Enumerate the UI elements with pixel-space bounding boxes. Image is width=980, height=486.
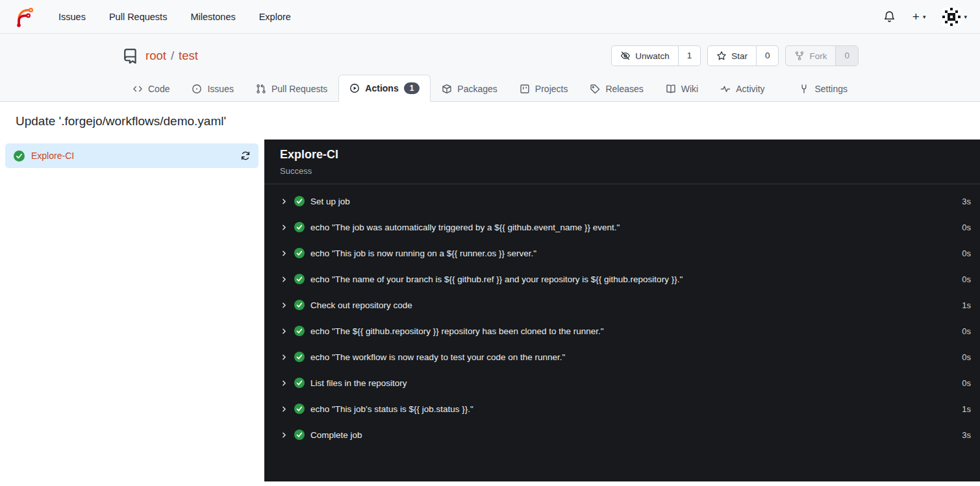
tab-wiki[interactable]: Wiki bbox=[655, 76, 709, 102]
chevron-right-icon[interactable] bbox=[280, 353, 288, 361]
navbar-right: + ▾ ▾ bbox=[883, 8, 967, 26]
run-main: Explore-CI Explore-CI Success Set up job… bbox=[0, 140, 980, 481]
fork-button-group: Fork 0 bbox=[785, 45, 859, 66]
check-circle-icon bbox=[294, 274, 305, 284]
step-row[interactable]: echo "This job is now running on a ${{ r… bbox=[264, 240, 980, 266]
tab-settings-label: Settings bbox=[814, 84, 848, 94]
run-job-title: Explore-CI bbox=[280, 148, 964, 162]
nav-item-explore[interactable]: Explore bbox=[247, 12, 303, 22]
check-circle-icon bbox=[294, 222, 305, 232]
nav-item-milestones[interactable]: Milestones bbox=[179, 12, 247, 22]
step-label: echo "The ${{ github.repository }} repos… bbox=[310, 326, 604, 336]
step-label: echo "The name of your branch is ${{ git… bbox=[310, 274, 683, 284]
forks-count[interactable]: 0 bbox=[835, 46, 858, 66]
check-circle-icon bbox=[294, 404, 305, 414]
eye-slash-icon bbox=[620, 51, 631, 61]
chevron-right-icon[interactable] bbox=[280, 197, 288, 206]
tab-pull-requests[interactable]: Pull Requests bbox=[245, 76, 338, 102]
notifications-button[interactable] bbox=[883, 10, 896, 23]
nav-item-issues[interactable]: Issues bbox=[47, 12, 97, 22]
package-icon bbox=[442, 84, 452, 94]
chevron-right-icon[interactable] bbox=[280, 379, 288, 387]
step-row[interactable]: Complete job 3s bbox=[264, 422, 980, 448]
repo-header: root / test Unwatch bbox=[0, 34, 980, 102]
repo-owner-link[interactable]: root bbox=[145, 49, 166, 63]
step-row[interactable]: echo "This job's status is ${{ job.statu… bbox=[264, 396, 980, 422]
step-duration: 0s bbox=[962, 249, 971, 258]
fork-button[interactable]: Fork bbox=[786, 46, 835, 66]
tab-packages[interactable]: Packages bbox=[431, 76, 508, 102]
unwatch-button[interactable]: Unwatch bbox=[612, 46, 678, 66]
step-row[interactable]: Check out repository code 1s bbox=[264, 292, 980, 318]
actions-count-badge: 1 bbox=[404, 82, 420, 94]
step-label: echo "This job's status is ${{ job.statu… bbox=[310, 404, 473, 414]
workflow-run-title: Update '.forgejo/workflows/demo.yaml' bbox=[0, 102, 980, 140]
run-status: Success bbox=[280, 166, 964, 176]
tab-activity[interactable]: Activity bbox=[709, 76, 775, 102]
check-circle-icon bbox=[294, 326, 305, 336]
step-label: echo "This job is now running on a ${{ r… bbox=[310, 249, 536, 258]
tab-code[interactable]: Code bbox=[121, 76, 181, 102]
star-button[interactable]: Star bbox=[708, 46, 756, 66]
repo-tabs: Code Issues Pull Requests bbox=[121, 75, 859, 101]
jobs-sidebar: Explore-CI bbox=[0, 140, 264, 481]
step-row[interactable]: echo "The job was automatically triggere… bbox=[264, 214, 980, 240]
tab-projects[interactable]: Projects bbox=[509, 76, 579, 102]
check-circle-icon bbox=[294, 248, 305, 258]
tag-icon bbox=[590, 84, 600, 94]
nav-item-pull-requests[interactable]: Pull Requests bbox=[97, 12, 179, 22]
check-circle-icon bbox=[14, 151, 25, 162]
tab-actions[interactable]: Actions 1 bbox=[338, 75, 431, 102]
step-row[interactable]: echo "The workflow is now ready to test … bbox=[264, 344, 980, 370]
chevron-down-icon: ▾ bbox=[964, 14, 967, 20]
watchers-count[interactable]: 1 bbox=[678, 46, 701, 66]
code-icon bbox=[132, 84, 143, 94]
issue-icon bbox=[192, 84, 202, 94]
repo-name-link[interactable]: test bbox=[179, 49, 198, 63]
job-label: Explore-CI bbox=[31, 151, 74, 161]
step-row[interactable]: List files in the repository 0s bbox=[264, 370, 980, 396]
step-label: Complete job bbox=[310, 430, 362, 440]
chevron-right-icon[interactable] bbox=[280, 431, 288, 439]
chevron-right-icon[interactable] bbox=[280, 275, 288, 284]
stars-count[interactable]: 0 bbox=[756, 46, 779, 66]
tab-activity-label: Activity bbox=[736, 84, 764, 94]
tab-releases[interactable]: Releases bbox=[579, 76, 654, 102]
avatar bbox=[942, 8, 961, 26]
fork-label: Fork bbox=[809, 51, 827, 61]
step-duration: 3s bbox=[962, 197, 971, 206]
step-row[interactable]: Set up job 3s bbox=[264, 188, 980, 214]
step-label: List files in the repository bbox=[310, 378, 407, 388]
run-log-panel: Explore-CI Success Set up job 3s echo "T… bbox=[264, 140, 980, 481]
check-circle-icon bbox=[294, 430, 305, 440]
star-label: Star bbox=[731, 51, 748, 61]
create-new-dropdown[interactable]: + ▾ bbox=[912, 10, 926, 23]
tab-projects-label: Projects bbox=[535, 84, 568, 94]
tab-releases-label: Releases bbox=[605, 84, 643, 94]
forgejo-logo-icon[interactable] bbox=[13, 6, 35, 28]
chevron-right-icon[interactable] bbox=[280, 301, 288, 310]
step-duration: 0s bbox=[962, 352, 971, 362]
top-navbar: Issues Pull Requests Milestones Explore … bbox=[0, 0, 980, 34]
tab-issues[interactable]: Issues bbox=[181, 76, 244, 102]
plus-icon: + bbox=[912, 10, 920, 23]
tab-settings[interactable]: Settings bbox=[788, 76, 859, 102]
unwatch-button-group: Unwatch 1 bbox=[611, 45, 701, 66]
step-row[interactable]: echo "The ${{ github.repository }} repos… bbox=[264, 318, 980, 344]
user-menu[interactable]: ▾ bbox=[942, 8, 967, 26]
chevron-down-icon: ▾ bbox=[923, 14, 926, 20]
step-label: echo "The workflow is now ready to test … bbox=[310, 352, 565, 362]
chevron-right-icon[interactable] bbox=[280, 249, 288, 258]
repo-icon bbox=[121, 47, 139, 65]
step-duration: 0s bbox=[962, 223, 971, 232]
book-open-icon bbox=[666, 84, 676, 94]
job-item-explore-ci[interactable]: Explore-CI bbox=[5, 143, 258, 168]
chevron-right-icon[interactable] bbox=[280, 327, 288, 335]
refresh-icon[interactable] bbox=[240, 151, 251, 161]
step-row[interactable]: echo "The name of your branch is ${{ git… bbox=[264, 266, 980, 292]
chevron-right-icon[interactable] bbox=[280, 223, 288, 232]
run-panel-header: Explore-CI Success bbox=[264, 140, 980, 184]
check-circle-icon bbox=[294, 196, 305, 206]
tab-code-label: Code bbox=[148, 84, 170, 94]
chevron-right-icon[interactable] bbox=[280, 405, 288, 413]
